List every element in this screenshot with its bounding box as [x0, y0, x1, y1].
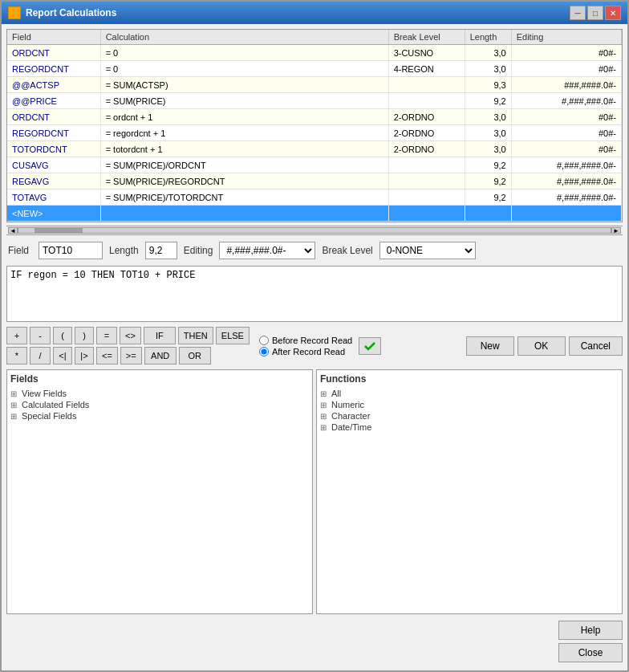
- verify-button[interactable]: [359, 337, 381, 355]
- cancel-button[interactable]: Cancel: [569, 336, 623, 356]
- ltgt-button[interactable]: <>: [120, 327, 141, 344]
- gt-button[interactable]: |>: [75, 347, 94, 365]
- break-level-select[interactable]: 0-NONE 1-LEVEL 2-ORDNO 3-CUSNO 4-REGON: [379, 242, 476, 259]
- operator-buttons-row: + - ( ) = <> IF THEN ELSE * / <| |> <= >…: [6, 325, 623, 366]
- table-row[interactable]: TOTORDCNT= totordcnt + 12-ORDNO3,0#0#-: [7, 141, 622, 157]
- new-button[interactable]: New: [466, 336, 514, 356]
- help-button[interactable]: Help: [558, 621, 623, 640]
- length-label: Length: [109, 245, 139, 256]
- table-row[interactable]: CUSAVG= SUM(PRICE)/ORDCNT9,2#,###,####.0…: [7, 157, 622, 173]
- multiply-button[interactable]: *: [6, 347, 27, 365]
- all-functions-item[interactable]: ⊞ All: [320, 388, 619, 399]
- after-record-read-radio[interactable]: [259, 347, 269, 356]
- before-record-read-radio[interactable]: [259, 336, 269, 345]
- record-read-options: Before Record Read After Record Read: [259, 336, 352, 356]
- close-paren-button[interactable]: ): [75, 327, 94, 344]
- all-functions-label: All: [331, 389, 341, 398]
- maximize-button[interactable]: □: [587, 6, 603, 20]
- bottom-buttons-area: Help Close: [6, 617, 623, 666]
- horizontal-scrollbar[interactable]: ◄ ►: [6, 226, 623, 235]
- before-record-read-option[interactable]: Before Record Read: [259, 336, 352, 345]
- table-cell-length: 9,2: [465, 189, 511, 206]
- table-cell-break: 3-CUSNO: [388, 45, 465, 61]
- table-cell-editing: #,###,###.0#-: [511, 93, 621, 109]
- table-cell-editing: #,###,####.0#-: [511, 189, 621, 206]
- editing-label: Editing: [184, 245, 213, 256]
- field-name-input[interactable]: [39, 242, 103, 259]
- after-record-read-option[interactable]: After Record Read: [259, 347, 352, 356]
- table-cell-field: REGORDCNT: [7, 125, 100, 141]
- plus-button[interactable]: +: [6, 327, 27, 344]
- field-label: Field: [8, 245, 32, 256]
- scroll-track[interactable]: [18, 227, 611, 234]
- character-functions-item[interactable]: ⊞ Character: [320, 410, 619, 422]
- table-cell-length: 3,0: [465, 45, 511, 61]
- title-bar: Report Calculations ─ □ ✕: [2, 2, 627, 24]
- table-row[interactable]: @@ACTSP= SUM(ACTSP)9,3###,####.0#-: [7, 77, 622, 93]
- table-cell-editing: #0#-: [511, 125, 621, 141]
- table-cell-break: 4-REGON: [388, 61, 465, 77]
- expand-icon-3: ⊞: [10, 412, 18, 421]
- table-row[interactable]: ORDCNT= ordcnt + 12-ORDNO3,0#0#-: [7, 109, 622, 125]
- equals-button[interactable]: =: [96, 327, 117, 344]
- special-fields-item[interactable]: ⊞ Special Fields: [10, 410, 309, 422]
- else-button[interactable]: ELSE: [216, 327, 250, 344]
- table-cell-length: 9,3: [465, 77, 511, 93]
- datetime-functions-item[interactable]: ⊞ Date/Time: [320, 422, 619, 433]
- scroll-right-button[interactable]: ►: [611, 227, 621, 234]
- divide-button[interactable]: /: [30, 347, 51, 365]
- table-row[interactable]: REGORDCNT= regordcnt + 12-ORDNO3,0#0#-: [7, 125, 622, 141]
- numeric-functions-item[interactable]: ⊞ Numeric: [320, 399, 619, 410]
- table-cell-break: [388, 173, 465, 189]
- ok-button[interactable]: OK: [517, 336, 566, 356]
- header-calculation: Calculation: [100, 30, 388, 45]
- table-row[interactable]: <NEW>: [7, 206, 622, 222]
- table-cell-break: [388, 93, 465, 109]
- special-fields-label: Special Fields: [22, 411, 76, 421]
- gte-button[interactable]: >=: [120, 347, 142, 365]
- table-cell-length: 3,0: [465, 125, 511, 141]
- scroll-left-button[interactable]: ◄: [8, 227, 18, 234]
- if-button[interactable]: IF: [144, 327, 176, 344]
- lt-button[interactable]: <|: [53, 347, 72, 365]
- table-row[interactable]: TOTAVG= SUM(PRICE)/TOTORDCNT9,2#,###,###…: [7, 189, 622, 206]
- title-bar-left: Report Calculations: [8, 6, 116, 19]
- fields-panel: Fields ⊞ View Fields ⊞ Calculated Fields…: [6, 369, 313, 614]
- scroll-thumb[interactable]: [34, 228, 83, 233]
- table-cell-break: 2-ORDNO: [388, 141, 465, 157]
- table-cell-editing: [511, 206, 621, 222]
- close-window-button[interactable]: ✕: [605, 6, 621, 20]
- checkmark-icon: [363, 340, 376, 352]
- then-button[interactable]: THEN: [178, 327, 213, 344]
- view-fields-label: View Fields: [22, 389, 67, 398]
- close-button[interactable]: Close: [558, 643, 623, 662]
- editing-select[interactable]: #,###,###.0#- #0#- ###,####.0#- #,###,##…: [219, 242, 315, 259]
- minus-button[interactable]: -: [30, 327, 51, 344]
- header-length: Length: [465, 30, 511, 45]
- expression-input[interactable]: IF regon = 10 THEN TOT10 + PRICE: [6, 266, 623, 322]
- calculated-fields-item[interactable]: ⊞ Calculated Fields: [10, 399, 309, 410]
- table-cell-length: 9,2: [465, 173, 511, 189]
- table-row[interactable]: @@PRICE= SUM(PRICE)9,2#,###,###.0#-: [7, 93, 622, 109]
- minimize-button[interactable]: ─: [570, 6, 586, 20]
- field-properties-row: Field Length Editing #,###,###.0#- #0#- …: [6, 238, 623, 263]
- table-row[interactable]: REGORDCNT= 04-REGON3,0#0#-: [7, 61, 622, 77]
- and-button[interactable]: AND: [144, 347, 177, 365]
- calculated-fields-label: Calculated Fields: [22, 400, 89, 409]
- length-input[interactable]: [145, 242, 177, 259]
- table-cell-calc: = SUM(PRICE)/ORDCNT: [100, 157, 388, 173]
- window-title: Report Calculations: [26, 7, 116, 18]
- table-cell-length: 3,0: [465, 109, 511, 125]
- table-cell-break: 2-ORDNO: [388, 109, 465, 125]
- table-cell-calc: = ordcnt + 1: [100, 109, 388, 125]
- table-row[interactable]: REGAVG= SUM(PRICE)/REGORDCNT9,2#,###,###…: [7, 173, 622, 189]
- lte-button[interactable]: <=: [96, 347, 118, 365]
- table-cell-field: REGAVG: [7, 173, 100, 189]
- table-cell-field: CUSAVG: [7, 157, 100, 173]
- table-cell-field: TOTORDCNT: [7, 141, 100, 157]
- table-row[interactable]: ORDCNT= 03-CUSNO3,0#0#-: [7, 45, 622, 61]
- or-button[interactable]: OR: [179, 347, 211, 365]
- view-fields-item[interactable]: ⊞ View Fields: [10, 388, 309, 399]
- open-paren-button[interactable]: (: [53, 327, 72, 344]
- table-cell-calc: = SUM(PRICE): [100, 93, 388, 109]
